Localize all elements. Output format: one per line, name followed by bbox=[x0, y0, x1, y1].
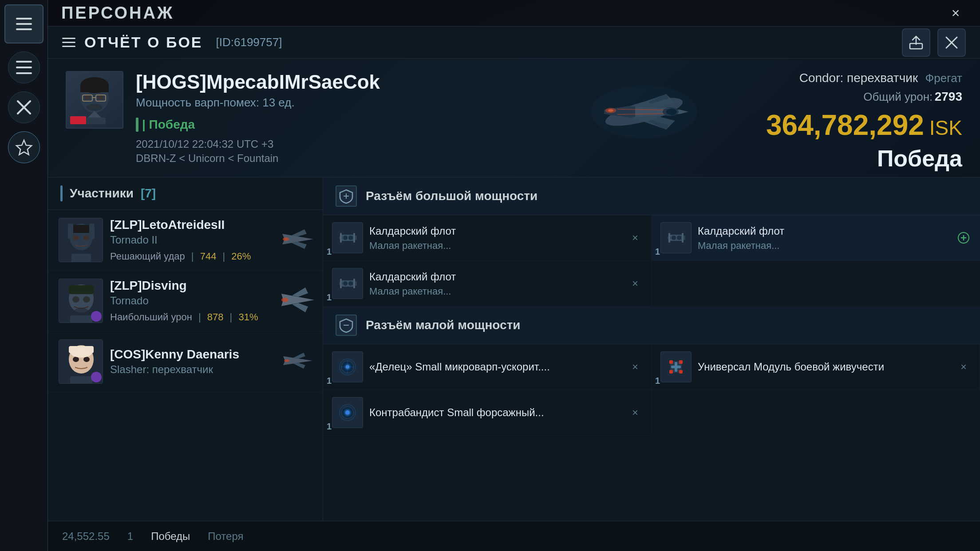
rank-badge bbox=[91, 311, 102, 322]
svg-point-83 bbox=[672, 236, 676, 240]
module-info: Контрабандист Small форсажный... bbox=[369, 405, 622, 419]
victory-line bbox=[136, 118, 138, 132]
module-qty: 1 bbox=[327, 376, 332, 386]
svg-rect-54 bbox=[70, 315, 92, 323]
svg-marker-47 bbox=[291, 242, 307, 249]
armor-rep-icon bbox=[665, 356, 687, 378]
module-add-button[interactable] bbox=[956, 231, 971, 245]
module-qty: 1 bbox=[327, 421, 332, 432]
svg-point-18 bbox=[87, 104, 103, 111]
svg-marker-68 bbox=[293, 353, 305, 359]
participant-avatar bbox=[59, 218, 103, 262]
module-item[interactable]: 1 bbox=[652, 344, 980, 390]
svg-point-84 bbox=[677, 236, 681, 240]
module-name: «Делец» Small микроварп-ускорит.... bbox=[369, 360, 622, 374]
dialog-id: [ID:6199757] bbox=[216, 35, 282, 49]
participants-panel: Участники [7] bbox=[48, 177, 323, 551]
section-line bbox=[60, 185, 63, 201]
sidebar-menu-button[interactable] bbox=[4, 4, 43, 43]
module-remove-button[interactable]: × bbox=[628, 276, 642, 291]
svg-marker-20 bbox=[88, 111, 101, 118]
module-info: Калдарский флот Малая ракетная... bbox=[369, 224, 622, 251]
module-item[interactable]: 1 Калдарский флот bbox=[323, 215, 652, 261]
module-remove-button[interactable]: × bbox=[628, 231, 642, 245]
sidebar-icon-menu[interactable] bbox=[8, 51, 40, 83]
low-slot-title: Разъём малой мощности bbox=[366, 318, 521, 332]
result-text: Победа bbox=[766, 145, 962, 172]
shield-low-icon bbox=[338, 317, 354, 333]
svg-point-77 bbox=[348, 236, 353, 240]
svg-rect-112 bbox=[679, 370, 683, 374]
module-info: «Делец» Small микроварп-ускорит.... bbox=[369, 360, 622, 374]
dialog-menu-button[interactable] bbox=[62, 38, 75, 47]
modules-panel: Разъём большой мощности 1 bbox=[323, 177, 980, 551]
page-title: ПЕРСОНАЖ bbox=[61, 4, 174, 23]
sidebar-icon-star[interactable] bbox=[8, 131, 40, 163]
ship-mini-3 bbox=[276, 345, 316, 378]
module-qty: 1 bbox=[655, 247, 660, 257]
module-info: Калдарский флот Малая ракетная... bbox=[698, 224, 950, 251]
svg-point-70 bbox=[284, 359, 289, 362]
svg-point-93 bbox=[343, 281, 348, 286]
svg-rect-109 bbox=[669, 360, 673, 364]
svg-point-94 bbox=[348, 281, 353, 286]
module-info: Универсал Модуль боевой живучести bbox=[698, 360, 950, 374]
svg-rect-0 bbox=[16, 61, 32, 63]
svg-point-17 bbox=[98, 95, 103, 100]
module-item[interactable]: 1 Калдарский флот bbox=[652, 215, 980, 261]
svg-rect-65 bbox=[70, 376, 92, 384]
content-area: Участники [7] bbox=[48, 177, 980, 551]
module-subname: Малая ракетная... bbox=[369, 286, 622, 297]
module-info: Калдарский флот Малая ракетная... bbox=[369, 270, 622, 297]
module-item[interactable]: 1 «Делец» bbox=[323, 344, 652, 390]
export-button[interactable] bbox=[902, 28, 930, 57]
damage-line: Общий урон: 2793 bbox=[766, 90, 962, 104]
ship-image bbox=[477, 63, 811, 161]
module-item[interactable]: 1 Калдарский флот bbox=[323, 261, 652, 307]
kill-info-section: [HOGS]МресаbIMrSaeCok Мощность варп-поме… bbox=[48, 59, 980, 177]
close-icon bbox=[16, 99, 32, 115]
bottom-item-victories[interactable]: Победы bbox=[151, 530, 190, 543]
module-qty: 1 bbox=[655, 376, 660, 386]
svg-rect-43 bbox=[68, 224, 73, 239]
sidebar bbox=[0, 0, 48, 551]
dialog-title: ОТЧЁТ О БОЕ bbox=[84, 34, 203, 51]
svg-point-116 bbox=[345, 410, 350, 415]
kill-stats: Condor: перехватчик Фрегат Общий урон: 2… bbox=[766, 71, 962, 172]
module-item[interactable]: 1 Контрабандист Small форсажный... bbox=[323, 390, 652, 436]
participant-item[interactable]: [COS]Kenny Daenaris Slasher: перехватчик bbox=[48, 331, 323, 392]
participant-item[interactable]: [ZLP]LetoAtreidesII Tornado II Решающий … bbox=[48, 210, 323, 271]
module-icon bbox=[332, 268, 363, 299]
bottom-item-losses[interactable]: Потеря bbox=[208, 530, 243, 543]
svg-rect-44 bbox=[89, 224, 95, 239]
module-remove-button[interactable]: × bbox=[628, 405, 642, 420]
module-remove-button[interactable]: × bbox=[956, 360, 971, 374]
svg-rect-12 bbox=[80, 85, 109, 92]
dialog-close-icon bbox=[944, 35, 959, 50]
svg-rect-78 bbox=[340, 233, 342, 243]
svg-rect-110 bbox=[679, 360, 683, 364]
module-qty: 1 bbox=[327, 247, 332, 257]
high-slot-header: Разъём большой мощности bbox=[323, 177, 980, 215]
dialog-actions bbox=[902, 28, 966, 57]
top-close-button[interactable]: × bbox=[944, 2, 967, 24]
svg-point-63 bbox=[73, 357, 79, 362]
svg-marker-69 bbox=[293, 362, 305, 369]
svg-point-41 bbox=[83, 235, 90, 240]
high-slots-grid: 1 Калдарский флот bbox=[323, 215, 980, 307]
svg-point-16 bbox=[85, 95, 90, 100]
participant-item[interactable]: [ZLP]Disving Tornado Наибольший урон | 8… bbox=[48, 271, 323, 331]
module-remove-button[interactable]: × bbox=[628, 360, 642, 374]
status-indicator bbox=[70, 116, 86, 124]
svg-marker-57 bbox=[292, 287, 308, 297]
ship-mini-2 bbox=[276, 284, 316, 317]
participants-label: Участники bbox=[70, 186, 134, 201]
sidebar-icon-close[interactable] bbox=[8, 91, 40, 123]
star-icon bbox=[15, 138, 33, 156]
module-name: Универсал Модуль боевой живучести bbox=[698, 360, 950, 374]
dialog-header: ОТЧЁТ О БОЕ [ID:6199757] bbox=[48, 27, 980, 59]
hamburger-icon bbox=[16, 18, 32, 30]
export-icon bbox=[908, 35, 924, 51]
dialog-close-button[interactable] bbox=[937, 28, 966, 57]
module-icon bbox=[660, 351, 692, 382]
